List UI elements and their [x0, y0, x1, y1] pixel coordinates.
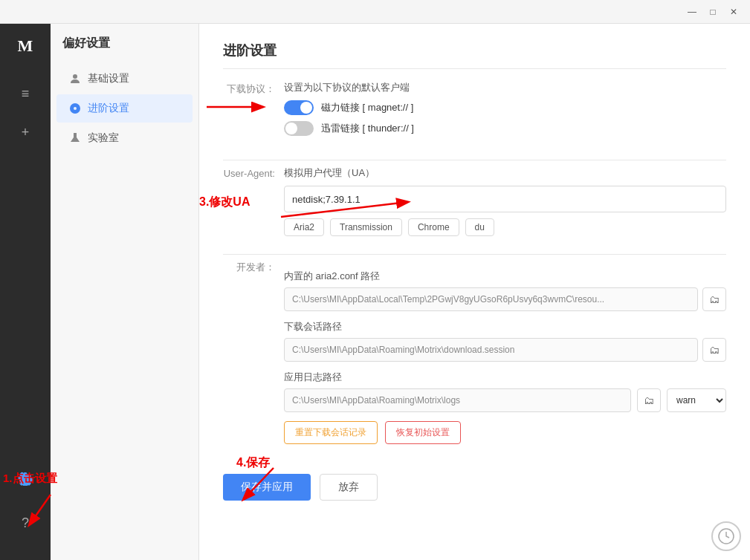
- protocol-label: 下载协议：: [223, 81, 275, 96]
- aria2-path-input[interactable]: [284, 287, 698, 311]
- experiment-icon: [68, 131, 82, 145]
- session-path-folder-button[interactable]: 🗂: [702, 338, 726, 362]
- ua-content: 模拟用户代理（UA） Aria2 Transmission Chrome du: [284, 166, 726, 236]
- sidebar-add-button[interactable]: +: [9, 116, 42, 149]
- basic-settings-icon: [68, 72, 82, 85]
- nav-panel: 偏好设置 基础设置 进阶设置: [51, 24, 199, 560]
- log-path-label: 应用日志路径: [284, 371, 726, 384]
- developer-section: 开发者： 内置的 aria2.conf 路径 🗂 下载会话路径 🗂 应用日志路: [223, 261, 726, 444]
- title-bar: — □ ✕: [0, 0, 750, 24]
- sidebar-settings-button[interactable]: [9, 462, 42, 495]
- footer-buttons: 保存并应用 放弃: [223, 462, 726, 501]
- session-path-input[interactable]: [284, 338, 698, 362]
- discard-button[interactable]: 放弃: [320, 474, 378, 501]
- page-title: 进阶设置: [223, 42, 726, 69]
- thunder-toggle-knob: [285, 123, 297, 134]
- nav-item-experiment-label: 实验室: [88, 131, 119, 145]
- action-buttons: 重置下载会话记录 恢复初始设置: [284, 421, 726, 444]
- thunder-label: 迅雷链接 [ thunder:// ]: [321, 122, 414, 135]
- nav-item-experiment[interactable]: 实验室: [56, 124, 193, 152]
- divider-1: [223, 160, 726, 160]
- nav-item-advanced[interactable]: 进阶设置: [56, 94, 193, 123]
- magnet-toggle-row: 磁力链接 [ magnet:// ]: [284, 100, 726, 115]
- close-button[interactable]: ✕: [723, 1, 744, 22]
- protocol-content: 设置为以下协议的默认客户端 磁力链接 [ magnet:// ] 迅雷链接 [: [284, 81, 726, 142]
- logo-text: M: [18, 36, 33, 56]
- thunder-toggle-row: 迅雷链接 [ thunder:// ]: [284, 121, 726, 136]
- sidebar-menu-button[interactable]: ≡: [9, 77, 42, 110]
- ua-label: User-Agent:: [223, 166, 275, 179]
- user-agent-section: User-Agent: 模拟用户代理（UA） Aria2 Transmissio…: [223, 166, 726, 236]
- aria2-path-row: 🗂: [284, 287, 726, 311]
- session-path-label: 下载会话路径: [284, 320, 726, 333]
- ua-quick-du[interactable]: du: [465, 218, 494, 236]
- aria2-path-folder-button[interactable]: 🗂: [702, 287, 726, 311]
- nav-item-advanced-label: 进阶设置: [88, 102, 129, 115]
- advanced-settings-icon: [68, 102, 82, 115]
- log-path-input[interactable]: [284, 388, 631, 412]
- ua-input[interactable]: [284, 186, 726, 212]
- svg-point-0: [73, 74, 77, 79]
- divider-2: [223, 254, 726, 255]
- magnet-toggle-knob: [300, 102, 312, 114]
- ua-row: User-Agent: 模拟用户代理（UA） Aria2 Transmissio…: [223, 166, 726, 236]
- sidebar-help-button[interactable]: ?: [9, 507, 42, 539]
- restore-defaults-button[interactable]: 恢复初始设置: [385, 421, 461, 444]
- main-layout: M ≡ + ? 偏好设置: [0, 24, 750, 560]
- ua-quick-transmission[interactable]: Transmission: [330, 218, 402, 236]
- content-area: 进阶设置 下载协议： 设置为以下协议的默认客户端 磁力链接 [ magnet:/…: [199, 24, 750, 560]
- clear-session-button[interactable]: 重置下载会话记录: [284, 421, 378, 444]
- magnet-toggle[interactable]: [284, 100, 314, 115]
- download-protocol-section: 下载协议： 设置为以下协议的默认客户端 磁力链接 [ magnet:// ]: [223, 81, 726, 142]
- dev-content: 内置的 aria2.conf 路径 🗂 下载会话路径 🗂 应用日志路径: [284, 261, 726, 444]
- thunder-toggle[interactable]: [284, 121, 314, 136]
- nav-item-basic-label: 基础设置: [88, 72, 129, 85]
- log-path-row: 🗂 warn debug info notice error: [284, 388, 726, 412]
- nav-item-basic[interactable]: 基础设置: [56, 65, 193, 93]
- ua-quick-buttons: Aria2 Transmission Chrome du: [284, 218, 726, 236]
- nav-panel-title: 偏好设置: [51, 36, 198, 63]
- minimize-button[interactable]: —: [682, 1, 702, 22]
- log-level-select[interactable]: warn debug info notice error: [667, 388, 726, 412]
- aria2-path-label: 内置的 aria2.conf 路径: [284, 270, 726, 283]
- protocol-row: 下载协议： 设置为以下协议的默认客户端 磁力链接 [ magnet:// ]: [223, 81, 726, 142]
- ua-desc: 模拟用户代理（UA）: [284, 166, 726, 180]
- log-path-folder-button[interactable]: 🗂: [637, 388, 661, 412]
- protocol-desc: 设置为以下协议的默认客户端: [284, 81, 726, 94]
- app-window: — □ ✕ M ≡ + ?: [0, 0, 750, 560]
- dev-label: 开发者：: [223, 261, 275, 274]
- maximize-button[interactable]: □: [702, 1, 723, 22]
- save-apply-button[interactable]: 保存并应用: [223, 474, 311, 501]
- ua-quick-aria2[interactable]: Aria2: [284, 218, 324, 236]
- magnet-label: 磁力链接 [ magnet:// ]: [321, 101, 413, 114]
- session-path-row: 🗂: [284, 338, 726, 362]
- app-logo: M: [12, 33, 39, 59]
- speed-indicator: [711, 521, 741, 551]
- ua-quick-chrome[interactable]: Chrome: [408, 218, 459, 236]
- sidebar: M ≡ + ?: [0, 24, 51, 560]
- dev-row: 开发者： 内置的 aria2.conf 路径 🗂 下载会话路径 🗂 应用日志路: [223, 261, 726, 444]
